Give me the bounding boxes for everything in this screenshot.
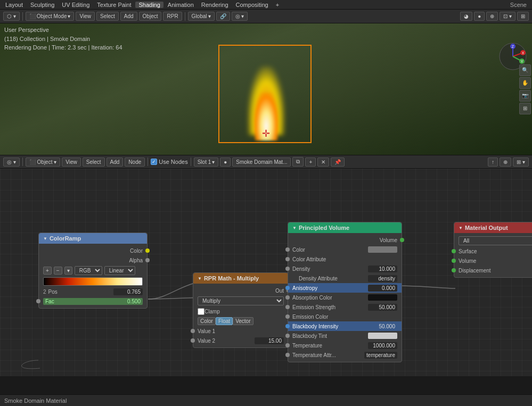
view-menu-btn[interactable]: View	[76, 12, 95, 21]
pv-density-value[interactable]: 10.000	[368, 266, 397, 272]
colorramp-add-stop[interactable]: +	[43, 267, 52, 275]
node-up-btn[interactable]: ↑	[488, 158, 498, 167]
tab-texture-paint[interactable]: Texture Paint	[94, 2, 134, 8]
global-btn[interactable]: Global ▾	[188, 12, 215, 21]
colorramp-alpha-socket[interactable]	[145, 258, 150, 262]
object-mode-btn[interactable]: ⬛ Object Mode ▾	[26, 12, 75, 21]
viewport-shading-solid[interactable]: ◕	[460, 12, 472, 21]
camera-icon[interactable]: 📷	[519, 90, 531, 102]
pan-icon[interactable]: ✋	[519, 77, 531, 89]
pv-blackbody-socket[interactable]	[285, 324, 290, 328]
pv-densityattr-value[interactable]: density	[368, 275, 397, 282]
sphere-icon-btn[interactable]: ●	[220, 158, 231, 167]
node-add-btn[interactable]: Add	[107, 158, 124, 167]
colorramp-dropdown[interactable]: ▾	[64, 267, 72, 275]
mo-volume-socket[interactable]	[452, 259, 456, 263]
colorramp-fac-bar[interactable]: Fac 0.500	[43, 298, 143, 305]
rpr-math-val2-value[interactable]: 15.00	[255, 337, 284, 344]
pv-tint-socket[interactable]	[285, 334, 290, 338]
rpr-math-mode-select[interactable]: Multiply	[198, 296, 284, 305]
rpr-btn[interactable]: RPR	[163, 12, 182, 21]
material-name-btn[interactable]: Smoke Domain Mat...	[232, 158, 291, 167]
mo-dropdown[interactable]: All	[459, 236, 532, 245]
node-node-btn[interactable]: Node	[125, 158, 145, 167]
pv-emitcolor-socket[interactable]	[285, 314, 290, 319]
pv-tempattr-socket[interactable]	[285, 353, 290, 357]
use-nodes-checkbox[interactable]: ✓	[151, 159, 157, 165]
pv-temp-value[interactable]: 1000.000	[368, 342, 397, 349]
colorramp-pos-value[interactable]: 0.765	[113, 288, 143, 295]
tab-animation[interactable]: Animation	[165, 2, 197, 8]
colorramp-gradient[interactable]	[43, 277, 143, 286]
rpr-math-val1-socket[interactable]	[191, 329, 195, 333]
pv-temp-socket[interactable]	[285, 343, 290, 347]
material-delete-btn[interactable]: ✕	[317, 158, 329, 167]
pv-absorb-swatch[interactable]	[368, 294, 397, 301]
node-editor[interactable]: ▼ ColorRamp Color Alpha + − ▾ RGB Lin	[0, 169, 532, 376]
pv-collapse[interactable]: ▼	[292, 226, 297, 230]
colorramp-interpolation[interactable]: RGB	[75, 266, 102, 275]
rpr-math-color-btn[interactable]: Color	[198, 317, 216, 325]
pv-emitstrength-socket[interactable]	[285, 305, 290, 309]
node-settings-btn[interactable]: ⊞ ▾	[513, 158, 529, 167]
xray-btn[interactable]: ⊞	[517, 12, 529, 21]
colorramp-mode[interactable]: Linear	[104, 266, 135, 275]
rpr-math-float-btn[interactable]: Float	[216, 317, 233, 325]
material-output-node[interactable]: ▼ Material Output All Surface Volume Dis…	[454, 222, 532, 278]
viewport-3d[interactable]: ✛ User Perspective (118) Collection | Sm…	[0, 23, 532, 155]
tab-shading[interactable]: Shading	[135, 2, 163, 8]
pv-tempattr-value[interactable]: temperature	[364, 352, 397, 359]
object-menu-btn[interactable]: Object	[139, 12, 162, 21]
pv-blackbody-value[interactable]: 50.000	[368, 323, 397, 330]
node-object-btn[interactable]: ⬛ Object ▾	[26, 158, 60, 167]
gizmo-btn[interactable]: ⊕	[486, 12, 498, 21]
pv-color-swatch[interactable]	[368, 246, 397, 253]
tab-add[interactable]: +	[273, 2, 282, 8]
rpr-math-node[interactable]: ▼ RPR Math - Multiply Out Multiply Clamp…	[193, 272, 289, 348]
pv-absorb-socket[interactable]	[285, 295, 290, 300]
pv-emitstrength-value[interactable]: 50.000	[368, 304, 397, 311]
tab-compositing[interactable]: Compositing	[233, 2, 272, 8]
material-copy-btn[interactable]: ⧉	[292, 157, 304, 167]
tab-sculpting[interactable]: Sculpting	[27, 2, 58, 8]
mo-collapse[interactable]: ▼	[459, 226, 463, 230]
colorramp-collapse[interactable]: ▼	[43, 236, 47, 241]
material-new-btn[interactable]: +	[305, 158, 316, 167]
snapping-btn[interactable]: 🔗	[216, 12, 230, 21]
pv-volume-socket[interactable]	[400, 238, 404, 242]
pv-tint-swatch[interactable]	[368, 333, 397, 339]
magnify-icon[interactable]: 🔍	[519, 64, 531, 76]
node-editor-type-btn[interactable]: ◎ ▾	[3, 158, 20, 167]
node-extra-btn[interactable]: ⊕	[500, 158, 511, 167]
rpr-math-clamp-check[interactable]	[198, 308, 204, 315]
colorramp-remove-stop[interactable]: −	[54, 267, 62, 275]
material-pin-btn[interactable]: 📌	[331, 158, 345, 167]
grid-icon[interactable]: ⊞	[519, 103, 531, 114]
mo-displacement-socket[interactable]	[452, 268, 456, 272]
rpr-math-collapse[interactable]: ▼	[198, 276, 202, 281]
proportional-btn[interactable]: ◎ ▾	[232, 12, 248, 21]
editor-type-btn[interactable]: ⬡ ▾	[3, 12, 20, 21]
add-menu-btn[interactable]: Add	[120, 12, 137, 21]
pv-color-socket[interactable]	[285, 247, 290, 252]
mo-surface-socket[interactable]	[452, 249, 456, 253]
pv-density-socket[interactable]	[285, 267, 290, 271]
pv-colorattr-socket[interactable]	[285, 257, 290, 261]
use-nodes-toggle[interactable]: ✓ Use Nodes	[151, 159, 187, 165]
tab-rendering[interactable]: Rendering	[198, 2, 232, 8]
colorramp-fac-socket[interactable]	[36, 299, 40, 303]
viewport-shading-render[interactable]: ●	[474, 12, 485, 21]
tab-layout[interactable]: Layout	[2, 2, 26, 8]
principled-volume-node[interactable]: ▼ Principled Volume Volume Color Color A…	[288, 222, 402, 362]
colorramp-node[interactable]: ▼ ColorRamp Color Alpha + − ▾ RGB Lin	[38, 233, 148, 309]
node-select-btn[interactable]: Select	[83, 158, 105, 167]
rpr-math-val2-socket[interactable]	[191, 338, 195, 343]
overlay-btn[interactable]: ⊡ ▾	[500, 12, 515, 21]
select-menu-btn[interactable]: Select	[96, 12, 119, 21]
tab-uv-editing[interactable]: UV Editing	[59, 2, 93, 8]
pv-anisotropy-socket[interactable]	[285, 286, 290, 290]
pv-anisotropy-value[interactable]: 0.000	[368, 285, 397, 292]
node-view-btn[interactable]: View	[62, 158, 81, 167]
colorramp-color-socket[interactable]	[145, 248, 150, 253]
slot-btn[interactable]: Slot 1 ▾	[194, 158, 219, 167]
